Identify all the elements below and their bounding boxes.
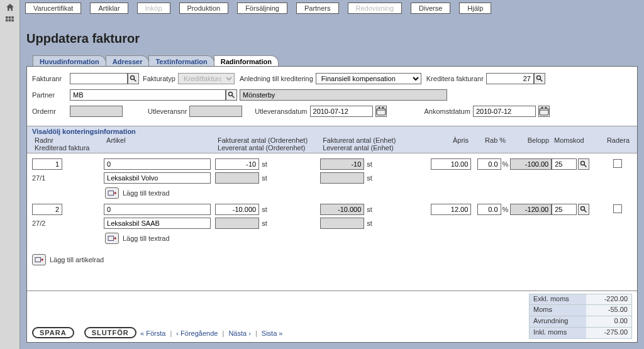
- fakt-order-input[interactable]: [215, 158, 259, 170]
- anledning-label: Anledning till kreditering: [240, 75, 313, 82]
- utleveransdatum-input[interactable]: [310, 106, 373, 117]
- pager-last[interactable]: Sista »: [262, 330, 283, 337]
- radera-checkbox[interactable]: [613, 159, 622, 168]
- kreditera-lookup[interactable]: [534, 73, 545, 84]
- artikel-nr-input[interactable]: [104, 158, 211, 170]
- menu-diverse[interactable]: Diverse: [411, 3, 450, 14]
- lev-enhet-input: [320, 172, 364, 184]
- top-menu: Varucertifikat Artiklar Inköp Produktion…: [25, 3, 639, 16]
- add-textrad-icon: [105, 187, 119, 199]
- menu-artiklar[interactable]: Artiklar: [90, 3, 128, 14]
- menu-partners[interactable]: Partners: [296, 3, 339, 14]
- rab-input[interactable]: [477, 158, 501, 170]
- svg-rect-19: [545, 107, 547, 109]
- svg-point-6: [131, 76, 135, 80]
- radnr-input[interactable]: [32, 158, 62, 170]
- fakturanr-label: Fakturanr: [32, 75, 70, 82]
- utleveransnr-input: [189, 106, 242, 117]
- svg-rect-30: [35, 258, 41, 262]
- add-row-icon: [108, 189, 116, 197]
- svg-point-10: [229, 92, 233, 96]
- unit-label: st: [367, 219, 372, 227]
- kontering-toggle[interactable]: Visa/dölj konteringsinformation: [32, 128, 136, 135]
- add-textrad[interactable]: Lägg till textrad: [105, 187, 632, 199]
- col-krediterad: Krediterad faktura: [35, 144, 101, 152]
- partner-name: [240, 89, 447, 101]
- moms-input[interactable]: [552, 204, 577, 215]
- fakturanr-lookup[interactable]: [128, 73, 139, 84]
- tot-moms: -55.00: [586, 305, 631, 316]
- tot-avr-label: Avrundning: [530, 316, 586, 327]
- slutfor-button[interactable]: SLUTFÖR: [84, 327, 136, 338]
- add-textrad[interactable]: Lägg till textrad: [105, 233, 632, 244]
- krediterad-label: 27/2: [32, 219, 104, 227]
- menu-forsaljning[interactable]: Försäljning: [237, 3, 287, 14]
- main-frame: Fakturanr Fakturatyp Kreditfaktura Anled…: [26, 66, 638, 343]
- svg-rect-1: [8, 16, 11, 19]
- home-icon[interactable]: [4, 3, 16, 13]
- fakturanr-input[interactable]: [70, 73, 128, 84]
- ankomstdatum-input[interactable]: [473, 106, 536, 117]
- fakturatyp-label: Fakturatyp: [143, 75, 175, 82]
- col-radnr: Radnr: [35, 136, 101, 144]
- ankomstdatum-calendar[interactable]: [538, 106, 550, 117]
- artikel-nr-input[interactable]: [104, 204, 211, 215]
- pager-next[interactable]: Nästa ›: [228, 330, 250, 337]
- unit-label: st: [367, 174, 372, 182]
- svg-rect-5: [11, 19, 14, 22]
- spara-button[interactable]: SPARA: [32, 327, 74, 338]
- col-artikel: Artikel: [104, 136, 215, 152]
- svg-line-26: [584, 210, 587, 213]
- svg-rect-18: [541, 107, 543, 109]
- percent-label: %: [502, 160, 509, 168]
- moms-input[interactable]: [552, 158, 577, 170]
- lev-order-input: [215, 218, 259, 229]
- pager: « Första | ‹ Föregående | Nästa › | Sist…: [140, 330, 282, 337]
- partner-lookup[interactable]: [226, 89, 237, 101]
- add-artikelrad-label: Lägg till artikelrad: [50, 256, 104, 263]
- svg-rect-16: [540, 108, 548, 115]
- utleveransdatum-calendar[interactable]: [375, 106, 387, 117]
- moms-lookup[interactable]: [578, 204, 589, 215]
- col-order-top: Fakturerat antal (Orderenhet): [218, 136, 318, 144]
- lev-order-input: [215, 172, 259, 184]
- radnr-input[interactable]: [32, 204, 62, 215]
- magnifier-icon: [536, 75, 543, 82]
- add-artikelrad[interactable]: Lägg till artikelrad: [32, 254, 637, 265]
- apris-input[interactable]: [431, 158, 471, 170]
- col-apris: Àpris: [425, 136, 471, 152]
- menu-produktion[interactable]: Produktion: [179, 3, 229, 14]
- ankomstdatum-label: Ankomstdatum: [425, 108, 470, 115]
- krediterad-label: 27/1: [32, 174, 104, 182]
- svg-rect-0: [6, 16, 8, 19]
- calendar-icon: [376, 106, 386, 117]
- pager-first[interactable]: « Första: [140, 330, 165, 337]
- anledning-select[interactable]: Finansiell kompensation: [316, 73, 421, 84]
- svg-point-8: [536, 76, 540, 80]
- line-group: stst%27/2ststLägg till textrad: [32, 202, 632, 244]
- fakturatyp-select: Kreditfaktura: [178, 73, 235, 84]
- artikel-namn-input[interactable]: [104, 218, 211, 229]
- tot-avr: 0.00: [586, 316, 631, 327]
- menu-hjalp[interactable]: Hjälp: [459, 3, 491, 14]
- menu-varucertifikat[interactable]: Varucertifikat: [25, 3, 81, 14]
- col-enhet-top: Fakturerat antal (Enhet): [323, 136, 423, 144]
- radera-checkbox[interactable]: [613, 204, 622, 213]
- moms-lookup[interactable]: [578, 158, 589, 170]
- apris-input[interactable]: [431, 204, 471, 215]
- kreditera-input[interactable]: [486, 73, 534, 84]
- unit-label: st: [262, 160, 267, 168]
- fakt-order-input[interactable]: [215, 204, 259, 215]
- svg-rect-2: [11, 16, 14, 19]
- rab-input[interactable]: [477, 204, 501, 215]
- artikel-namn-input[interactable]: [104, 172, 211, 184]
- pager-prev[interactable]: ‹ Föregående: [176, 330, 218, 337]
- partner-code-input[interactable]: [70, 89, 226, 101]
- svg-point-25: [581, 207, 585, 211]
- add-row-icon: [35, 256, 43, 263]
- grip-icon[interactable]: [6, 16, 14, 25]
- col-order-bot: Levererat antal (Orderenhet): [218, 144, 318, 152]
- add-textrad-label: Lägg till textrad: [123, 189, 170, 197]
- magnifier-icon: [130, 75, 137, 82]
- add-textrad-icon: [105, 233, 119, 244]
